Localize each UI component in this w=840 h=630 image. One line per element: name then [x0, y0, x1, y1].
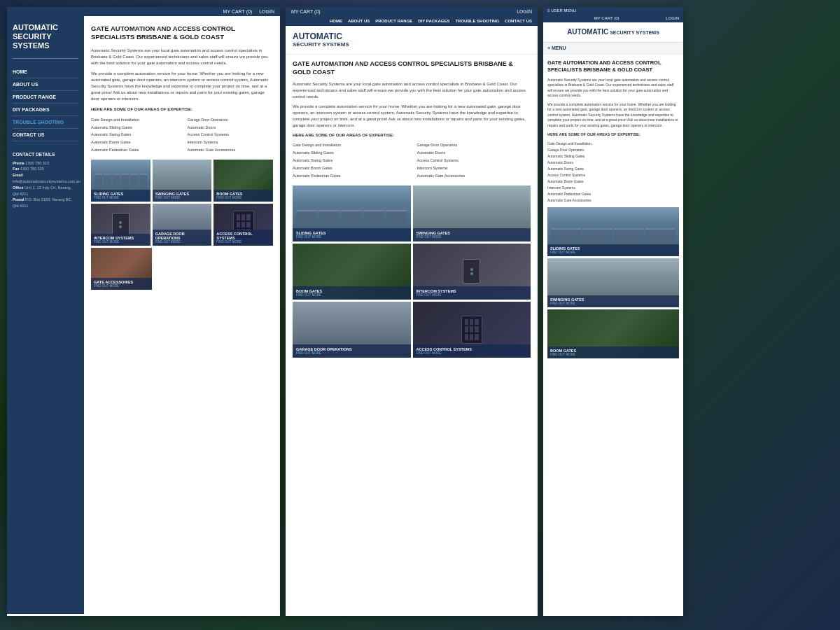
tab-nav-trouble[interactable]: TROUBLE SHOOTING	[455, 19, 499, 23]
tab-nav-home[interactable]: HOME	[330, 19, 342, 23]
intro-paragraph-2: We provide a complete automation service…	[91, 71, 273, 102]
mobile-cart[interactable]: MY CART (0)	[594, 16, 620, 20]
contact-details: CONTACT DETAILS Phone 1300 780 323 Fax 1…	[13, 152, 78, 209]
area-item: Automatic Sliding Gates	[91, 125, 177, 132]
nav-about[interactable]: ABOUT US	[13, 80, 78, 88]
tab-intercom[interactable]: INTERCOM SYSTEMS FIND OUT MORE	[413, 244, 531, 300]
mobile-intro-1: Automatic Security Systems are your loca…	[547, 78, 679, 99]
desktop-sidebar: AUTOMATIC SECURITY SYSTEMS HOME ABOUT US…	[7, 16, 84, 614]
desktop-topbar: MY CART (0) LOGIN	[7, 7, 280, 16]
boom-gates-card[interactable]: BOOM GATES FIND OUT MORE	[214, 160, 273, 202]
area-item: Automatic Gate Accessories	[188, 147, 274, 154]
service-image-row-1: SLIDING GATES FIND OUT MORE SWINGING GAT…	[91, 160, 273, 202]
tab-sliding-gates[interactable]: SLIDING GATES FIND OUT MORE	[293, 186, 411, 241]
tablet-nav-bar: HOME ABOUT US PRODUCT RANGE DIY PACKAGES…	[286, 16, 538, 26]
tablet-areas-grid: Gate Design and Installation Garage Door…	[293, 142, 531, 179]
mobile-areas-list: Gate Design and Installation Garage Door…	[547, 141, 679, 204]
mobile-logo-bar: AUTOMATIC SECURITY SYSTEMS	[543, 22, 683, 43]
tablet-login[interactable]: LOGIN	[517, 9, 532, 14]
tab-nav-contact[interactable]: CONTACT US	[505, 19, 532, 23]
area-item: Automatic Pedestrian Gates	[91, 147, 177, 154]
desktop-nav: HOME ABOUT US PRODUCT RANGE DIY PACKAGES…	[13, 66, 78, 141]
intercom-card[interactable]: INTERCOM SYSTEMS FIND OUT MORE	[91, 204, 150, 246]
tablet-main: GATE AUTOMATION AND ACCESS CONTROL SPECI…	[286, 55, 538, 608]
garage-door-card[interactable]: GARAGE DOOR OPERATIONS FIND OUT MORE	[153, 204, 212, 246]
access-control-card[interactable]: ACCESS CONTROL SYSTEMS FIND OUT MORE	[214, 204, 273, 246]
swinging-gates-card[interactable]: SWINGING GATES FIND OUT MORE	[153, 160, 212, 202]
tablet-cart[interactable]: MY CART (0)	[291, 9, 321, 14]
tablet-intro-1: Automatic Security Systems are your loca…	[293, 81, 531, 100]
nav-contact[interactable]: CONTACT US	[13, 131, 78, 139]
login-link[interactable]: LOGIN	[259, 9, 274, 14]
nav-diy[interactable]: DIY PACKAGES	[13, 106, 78, 113]
tab-swinging-gates[interactable]: SWINGING GATES FIND OUT MORE	[413, 186, 531, 241]
tab-boom-gates[interactable]: BOOM GATES FIND OUT MORE	[293, 244, 411, 300]
mobile-logo: AUTOMATIC SECURITY SYSTEMS	[567, 28, 659, 36]
tablet-intro-2: We provide a complete automation service…	[293, 104, 531, 129]
tab-nav-product[interactable]: PRODUCT RANGE	[375, 19, 412, 23]
service-image-row-2: INTERCOM SYSTEMS FIND OUT MORE GARAGE DO…	[91, 204, 273, 246]
mob-swinging-gates[interactable]: SWINGING GATES FIND OUT MORE	[547, 258, 679, 307]
area-item: Automatic Swing Gates	[91, 132, 177, 139]
tablet-header: AUTOMATIC SECURITY SYSTEMS	[286, 26, 538, 55]
mobile-intro-2: We provide a complete automation service…	[547, 102, 679, 129]
area-item: Gate Design and Installation	[91, 117, 177, 124]
desktop-main: GATE AUTOMATION AND ACCESS CONTROL SPECI…	[84, 16, 280, 614]
area-item: Access Control Systems	[188, 132, 274, 139]
sliding-gates-card[interactable]: SLIDING GATES FIND OUT MORE	[91, 160, 150, 202]
mobile-user-menu[interactable]: ≡ USER MENU	[547, 8, 576, 13]
gate-accessories-card[interactable]: GATE ACCESSORIES FIND OUT MORE	[91, 248, 152, 290]
tablet-screen: MY CART (0) LOGIN HOME ABOUT US PRODUCT …	[286, 7, 538, 616]
mobile-main: GATE AUTOMATION AND ACCESS CONTROL SPECI…	[543, 55, 683, 580]
mobile-menu-bar: MY CART (0) LOGIN	[543, 14, 683, 22]
tablet-topbar: MY CART (0) LOGIN	[286, 7, 538, 16]
areas-heading: HERE ARE SOME OF OUR AREAS OF EXPERTISE:	[91, 106, 273, 113]
mobile-login[interactable]: LOGIN	[666, 16, 679, 20]
area-item: Automatic Boom Gates	[91, 139, 177, 146]
nav-trouble[interactable]: TROUBLE SHOOTING	[13, 118, 78, 126]
desktop-screen: MY CART (0) LOGIN AUTOMATIC SECURITY SYS…	[7, 7, 280, 616]
mob-sliding-gates[interactable]: SLIDING GATES FIND OUT MORE	[547, 207, 679, 256]
mob-boom-gates[interactable]: BOOM GATES FIND OUT MORE	[547, 309, 679, 358]
tablet-areas-heading: HERE ARE SOME OF OUR AREAS OF EXPERTISE:	[293, 132, 531, 139]
mobile-page-title: GATE AUTOMATION AND ACCESS CONTROL SPECI…	[547, 59, 679, 74]
page-title: GATE AUTOMATION AND ACCESS CONTROL SPECI…	[91, 24, 273, 42]
areas-grid: Gate Design and Installation Garage Door…	[91, 117, 273, 154]
area-item: Intercom Systems	[188, 139, 274, 146]
tab-access[interactable]: ACCESS CONTROL SYSTEMS FIND OUT MORE	[413, 302, 531, 358]
tab-nav-diy[interactable]: DIY PACKAGES	[418, 19, 449, 23]
area-item: Garage Door Operators	[188, 117, 274, 124]
mobile-menu-nav: ≡ MENU	[543, 43, 683, 55]
area-item: Automatic Doors	[188, 125, 274, 132]
tablet-page-title: GATE AUTOMATION AND ACCESS CONTROL SPECI…	[293, 60, 531, 76]
cart-link[interactable]: MY CART (0)	[223, 9, 253, 14]
mobile-menu-label[interactable]: ≡ MENU	[547, 46, 679, 50]
mobile-areas-heading: HERE ARE SOME OF OUR AREAS OF EXPERTISE:	[547, 132, 679, 137]
tablet-img-grid: SLIDING GATES FIND OUT MORE SWINGING GAT…	[293, 186, 531, 358]
mobile-screen: ≡ USER MENU MY CART (0) LOGIN AUTOMATIC …	[543, 7, 683, 616]
tablet-logo: AUTOMATIC SECURITY SYSTEMS	[293, 31, 349, 48]
mobile-topbar: ≡ USER MENU	[543, 7, 683, 14]
desktop-logo: AUTOMATIC SECURITY SYSTEMS	[13, 23, 78, 59]
tab-nav-about[interactable]: ABOUT US	[348, 19, 370, 23]
intro-paragraph-1: Automatic Security Systems are your loca…	[91, 48, 273, 66]
nav-product-range[interactable]: PRODUCT RANGE	[13, 93, 78, 101]
nav-home[interactable]: HOME	[13, 68, 78, 76]
tab-garage[interactable]: GARAGE DOOR OPERATIONS FIND OUT MORE	[293, 302, 411, 358]
